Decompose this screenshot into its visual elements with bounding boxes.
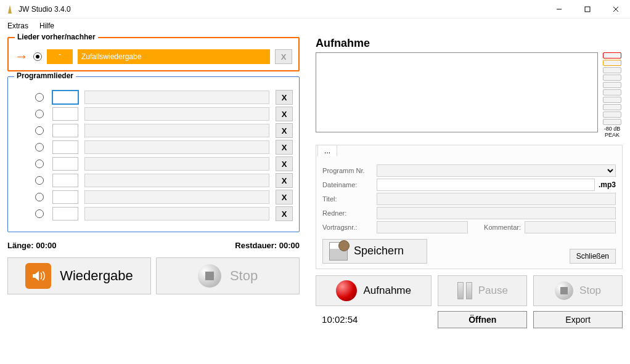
- song-clear-button[interactable]: X: [276, 123, 293, 138]
- song-radio[interactable]: [35, 193, 44, 201]
- song-number-input[interactable]: [52, 157, 78, 171]
- record-button[interactable]: Aufnahme: [316, 275, 432, 306]
- export-button[interactable]: Export: [533, 311, 623, 328]
- song-radio[interactable]: [35, 93, 44, 102]
- song-number-input[interactable]: [52, 207, 78, 220]
- song-number-input[interactable]: [52, 140, 78, 154]
- song-radio[interactable]: [35, 110, 44, 118]
- song-clear-button[interactable]: X: [276, 190, 293, 204]
- song-title-field[interactable]: [84, 190, 269, 204]
- song-clear-button[interactable]: X: [276, 107, 293, 121]
- song-title-field[interactable]: [84, 157, 269, 171]
- song-clear-button[interactable]: X: [276, 140, 293, 155]
- level-meter: -80 dB PEAK: [602, 52, 623, 139]
- close-panel-button[interactable]: Schließen: [570, 249, 616, 264]
- svg-marker-0: [8, 5, 12, 14]
- speaker-input[interactable]: [377, 207, 616, 219]
- title-bar: JW Studio 3.4.0: [0, 0, 630, 18]
- speaker-icon: [25, 263, 51, 289]
- length-label: Länge: 00:00: [7, 241, 57, 250]
- song-title-field[interactable]: [84, 91, 269, 104]
- play-label: Wiedergabe: [60, 268, 133, 284]
- svg-rect-2: [585, 7, 590, 12]
- clock: 10:02:54: [316, 314, 432, 325]
- song-number-input[interactable]: [52, 91, 78, 104]
- song-number-input[interactable]: [52, 190, 78, 204]
- song-number-input[interactable]: [52, 124, 78, 137]
- recording-header: Aufnahme: [316, 37, 623, 50]
- song-title-field[interactable]: [84, 174, 269, 187]
- maximize-button[interactable]: [573, 0, 602, 18]
- program-songs-group: Programmlieder X X X: [7, 76, 300, 232]
- song-clear-button[interactable]: X: [276, 206, 293, 221]
- program-songs-legend: Programmlieder: [14, 71, 76, 80]
- songs-before-after-group: Lieder vorher/nachher → - Zufallswiederg…: [7, 37, 300, 71]
- song-row: X: [35, 107, 293, 121]
- save-label: Speichern: [354, 245, 404, 257]
- song-row: X: [35, 156, 293, 171]
- song-number-input[interactable]: [52, 174, 78, 187]
- open-button[interactable]: Öffnen: [438, 311, 527, 328]
- stop-icon: [555, 281, 573, 300]
- details-tab[interactable]: ...: [317, 145, 337, 156]
- save-button[interactable]: Speichern: [322, 239, 427, 264]
- songs-before-after-legend: Lieder vorher/nachher: [15, 33, 98, 41]
- program-nr-select[interactable]: [377, 164, 616, 177]
- app-icon: [5, 4, 15, 14]
- stop-record-button[interactable]: Stop: [533, 275, 623, 306]
- menu-help[interactable]: Hilfe: [39, 22, 54, 30]
- song-radio[interactable]: [35, 209, 44, 218]
- random-radio[interactable]: [33, 52, 42, 61]
- title-label: Titel:: [322, 195, 373, 203]
- song-clear-button[interactable]: X: [276, 173, 293, 188]
- remaining-label: Restdauer: 00:00: [235, 241, 300, 250]
- recording-details-panel: ... Programm Nr. Dateiname: .mp3 Titel: …: [316, 145, 623, 269]
- play-button[interactable]: Wiedergabe: [7, 257, 151, 294]
- random-clear-button[interactable]: X: [275, 49, 292, 64]
- pause-label: Pause: [478, 285, 508, 297]
- file-ext: .mp3: [599, 180, 616, 189]
- save-icon: [329, 242, 348, 261]
- stop-playback-label: Stop: [230, 268, 258, 284]
- random-number: -: [47, 49, 73, 64]
- song-row: X: [35, 90, 293, 105]
- song-title-field[interactable]: [84, 124, 269, 137]
- comment-label: Kommentar:: [484, 224, 521, 231]
- song-row: X: [35, 140, 293, 155]
- talk-nr-input[interactable]: [377, 221, 468, 233]
- song-title-field[interactable]: [84, 140, 269, 154]
- stop-icon: [198, 264, 221, 288]
- pause-icon: [457, 282, 472, 299]
- window-title: JW Studio 3.4.0: [18, 5, 545, 14]
- song-number-input[interactable]: [52, 107, 78, 121]
- waveform-area: [316, 52, 598, 132]
- arrow-right-icon: →: [15, 50, 28, 63]
- filename-input[interactable]: [377, 179, 595, 191]
- filename-label: Dateiname:: [322, 181, 373, 188]
- song-radio[interactable]: [35, 176, 44, 185]
- song-row: X: [35, 206, 293, 221]
- menu-extras[interactable]: Extras: [7, 22, 28, 30]
- song-radio[interactable]: [35, 143, 44, 152]
- program-nr-label: Programm Nr.: [322, 167, 373, 174]
- minimize-button[interactable]: [545, 0, 573, 18]
- song-row: X: [35, 123, 293, 138]
- record-label: Aufnahme: [363, 285, 411, 297]
- talk-nr-label: Vortragsnr.:: [322, 224, 373, 231]
- song-radio[interactable]: [35, 126, 44, 135]
- record-icon: [336, 280, 357, 301]
- title-input[interactable]: [377, 193, 616, 205]
- song-title-field[interactable]: [84, 107, 269, 121]
- comment-input[interactable]: [525, 221, 616, 233]
- close-button[interactable]: [602, 0, 630, 18]
- song-clear-button[interactable]: X: [276, 90, 293, 105]
- song-title-field[interactable]: [84, 207, 269, 220]
- song-clear-button[interactable]: X: [276, 156, 293, 171]
- stop-record-label: Stop: [579, 285, 601, 297]
- pause-button[interactable]: Pause: [438, 275, 527, 306]
- stop-playback-button[interactable]: Stop: [156, 257, 300, 294]
- song-row: X: [35, 190, 293, 204]
- song-row: X: [35, 173, 293, 188]
- random-title: Zufallswiedergabe: [78, 49, 270, 64]
- song-radio[interactable]: [35, 160, 44, 168]
